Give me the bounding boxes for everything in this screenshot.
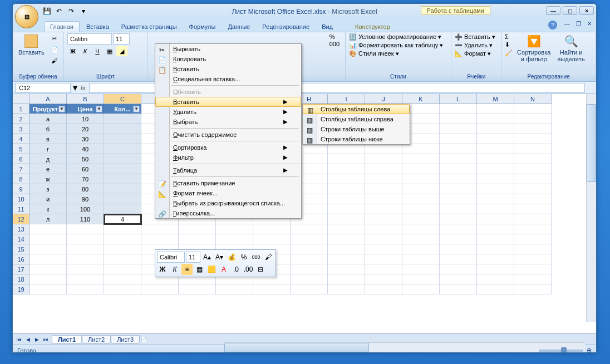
cell[interactable]: [514, 254, 552, 264]
cell[interactable]: [477, 244, 514, 254]
cell[interactable]: [67, 264, 104, 274]
col-header-J[interactable]: J: [365, 94, 402, 104]
cell[interactable]: [141, 284, 179, 294]
tab-design[interactable]: Конструктор: [350, 22, 396, 32]
cell[interactable]: [514, 184, 552, 194]
cell[interactable]: [440, 114, 477, 124]
col-header-I[interactable]: I: [328, 94, 365, 104]
cell[interactable]: [365, 144, 402, 154]
cell[interactable]: [328, 194, 365, 204]
help-button[interactable]: ?: [548, 21, 557, 29]
row-header-10[interactable]: 10: [13, 194, 29, 204]
cell[interactable]: 70: [67, 174, 104, 184]
cell[interactable]: [365, 274, 402, 284]
select-all-corner[interactable]: [13, 94, 29, 104]
cell[interactable]: [402, 274, 440, 284]
cell[interactable]: Продукты▼: [29, 104, 67, 114]
cell[interactable]: [514, 134, 552, 144]
mdi-minimize[interactable]: —: [563, 19, 572, 27]
cell[interactable]: [253, 284, 291, 294]
close-button[interactable]: ✕: [579, 6, 594, 15]
cell[interactable]: а: [29, 114, 67, 124]
cell[interactable]: [477, 174, 514, 184]
mini-grow-font[interactable]: A▴: [201, 252, 213, 263]
cell[interactable]: [104, 154, 141, 164]
cell[interactable]: [141, 234, 179, 244]
cell[interactable]: [402, 164, 440, 174]
cell[interactable]: [104, 194, 141, 204]
context-menu-item[interactable]: Таблица▶: [155, 165, 301, 175]
cell[interactable]: [365, 174, 402, 184]
cell[interactable]: [514, 274, 552, 284]
cell[interactable]: [440, 204, 477, 214]
cell[interactable]: [141, 224, 179, 234]
name-box[interactable]: C12: [15, 83, 71, 93]
cell[interactable]: [402, 204, 440, 214]
cell[interactable]: [104, 254, 141, 264]
cell[interactable]: [514, 284, 552, 294]
cell[interactable]: [328, 184, 365, 194]
mini-money-icon[interactable]: 💰: [226, 252, 237, 263]
col-header-K[interactable]: K: [402, 94, 440, 104]
cell[interactable]: [67, 244, 104, 254]
mini-italic[interactable]: К: [169, 264, 180, 275]
cell[interactable]: [402, 254, 440, 264]
redo-button[interactable]: ↷: [66, 6, 76, 16]
cell[interactable]: [514, 204, 552, 214]
cell[interactable]: [365, 194, 402, 204]
format-as-table-button[interactable]: 📊 Форматировать как таблицу ▾: [349, 42, 447, 49]
cell[interactable]: [477, 254, 514, 264]
cell[interactable]: [477, 284, 514, 294]
cell[interactable]: [440, 264, 477, 274]
cell[interactable]: [291, 244, 328, 254]
cell[interactable]: [365, 244, 402, 254]
cell[interactable]: [514, 214, 552, 224]
cell[interactable]: [328, 244, 365, 254]
filter-dropdown-icon[interactable]: ▼: [96, 106, 102, 112]
col-header-L[interactable]: L: [440, 94, 477, 104]
cell[interactable]: [402, 234, 440, 244]
context-menu-item[interactable]: Сортировка▶: [155, 142, 301, 153]
sheet-tab-2[interactable]: Лист2: [82, 335, 111, 344]
cell[interactable]: [440, 224, 477, 234]
cell[interactable]: [365, 154, 402, 164]
cell[interactable]: [179, 234, 216, 244]
cell[interactable]: [514, 244, 552, 254]
cell[interactable]: 50: [67, 154, 104, 164]
cell[interactable]: [440, 254, 477, 264]
row-header-17[interactable]: 17: [13, 264, 29, 274]
cell[interactable]: [253, 234, 291, 244]
row-header-9[interactable]: 9: [13, 184, 29, 194]
cell[interactable]: [440, 104, 477, 114]
cell[interactable]: [365, 284, 402, 294]
cell[interactable]: [328, 144, 365, 154]
cell[interactable]: [477, 264, 514, 274]
cell[interactable]: [440, 154, 477, 164]
cell-styles-button[interactable]: 🎨 Стили ячеек ▾: [349, 50, 447, 57]
cell[interactable]: [253, 224, 291, 234]
context-menu-item[interactable]: Фильтр▶: [155, 153, 301, 163]
cell[interactable]: [440, 124, 477, 134]
hscroll-thumb[interactable]: [224, 343, 369, 352]
cell[interactable]: [328, 224, 365, 234]
context-menu-item[interactable]: Выбрать из раскрывающегося списка...: [155, 198, 301, 208]
cell[interactable]: [104, 144, 141, 154]
cell[interactable]: [365, 164, 402, 174]
autosum-button[interactable]: Σ: [505, 33, 513, 40]
cell[interactable]: [365, 214, 402, 224]
maximize-button[interactable]: ◻: [563, 6, 577, 15]
cell[interactable]: [440, 134, 477, 144]
cell[interactable]: [104, 234, 141, 244]
format-cells-button[interactable]: 📐 Формат ▾: [455, 50, 498, 57]
cell[interactable]: Цена▼: [67, 104, 104, 114]
minimize-button[interactable]: —: [546, 6, 560, 15]
context-menu-item[interactable]: 📄Копировать: [155, 54, 301, 64]
sheet-tab-3[interactable]: Лист3: [111, 335, 140, 344]
cell[interactable]: [440, 234, 477, 244]
cell[interactable]: [514, 234, 552, 244]
cell[interactable]: [29, 274, 67, 284]
cell[interactable]: 100: [67, 204, 104, 214]
cell[interactable]: [291, 224, 328, 234]
filter-dropdown-icon[interactable]: ▼: [133, 106, 140, 112]
mdi-restore[interactable]: ❐: [574, 19, 583, 27]
